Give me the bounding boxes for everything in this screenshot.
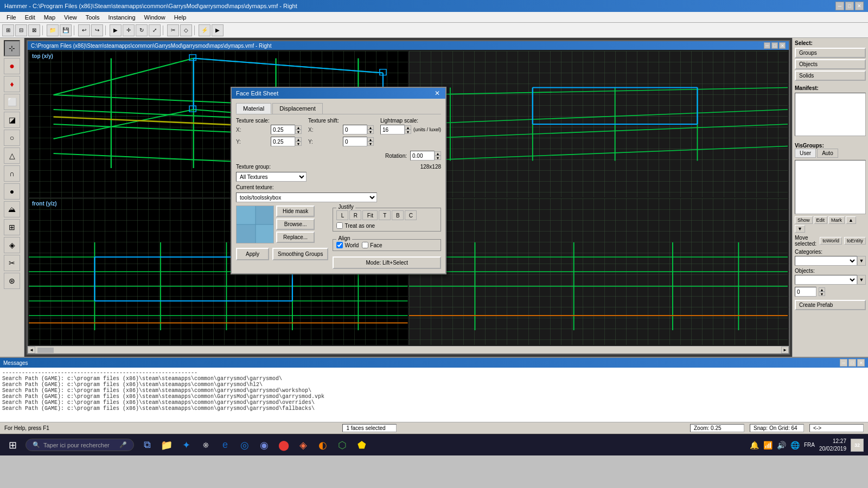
- vis-tab-user[interactable]: User: [795, 149, 816, 158]
- viewport-close[interactable]: ✕: [779, 42, 786, 49]
- to-world-btn[interactable]: toWorld: [820, 237, 842, 245]
- apply-button[interactable]: Apply: [236, 248, 269, 260]
- shift-x-up[interactable]: ▲: [367, 125, 374, 130]
- messages-maximize[interactable]: □: [848, 359, 856, 367]
- taskbar-icon-wifi[interactable]: 📶: [763, 441, 773, 450]
- toolbar-select[interactable]: ▶: [110, 24, 122, 36]
- objects-num-input[interactable]: [795, 287, 816, 297]
- tab-material[interactable]: Material: [236, 103, 271, 114]
- menu-tools[interactable]: Tools: [81, 13, 104, 22]
- tool-block[interactable]: ⬜: [4, 94, 20, 110]
- toolbar-redo[interactable]: ↪: [91, 24, 103, 36]
- scale-x-down[interactable]: ▼: [295, 130, 302, 134]
- tool-cylinder[interactable]: ○: [4, 130, 20, 146]
- tool-clip[interactable]: ✂: [4, 255, 20, 271]
- shift-y-up[interactable]: ▲: [367, 137, 374, 142]
- replace-button[interactable]: Replace...: [276, 232, 315, 243]
- to-entity-btn[interactable]: toEntity: [844, 237, 866, 245]
- menu-help[interactable]: Help: [170, 13, 191, 22]
- taskbar-icon-chrome[interactable]: ⬤: [275, 436, 292, 454]
- taskbar-icon-sound[interactable]: 🔊: [777, 441, 786, 450]
- tool-spike[interactable]: △: [4, 147, 20, 164]
- menu-edit[interactable]: Edit: [21, 13, 40, 22]
- taskbar-icon-discord[interactable]: ◉: [256, 436, 273, 454]
- toolbar-open[interactable]: 📁: [47, 24, 59, 36]
- toolbar-run[interactable]: ▶: [212, 24, 224, 36]
- lightmap-input[interactable]: [380, 125, 405, 134]
- toolbar-save[interactable]: 💾: [60, 24, 72, 36]
- toolbar-undo[interactable]: ↩: [78, 24, 90, 36]
- categories-arrow[interactable]: ▼: [857, 256, 866, 266]
- toolbar-move[interactable]: ✛: [123, 24, 135, 36]
- tab-displacement[interactable]: Displacement: [272, 103, 323, 114]
- toolbar-rotate[interactable]: ↻: [136, 24, 148, 36]
- objects-num-up[interactable]: ▲: [819, 287, 825, 292]
- shift-y-input[interactable]: [343, 137, 367, 146]
- tool-overlay[interactable]: ◈: [4, 237, 20, 253]
- menu-map[interactable]: Map: [40, 13, 60, 22]
- menu-instancing[interactable]: Instancing: [104, 13, 139, 22]
- scale-y-up[interactable]: ▲: [295, 137, 302, 142]
- align-world-checkbox[interactable]: [336, 242, 343, 248]
- scroll-thumb-h[interactable]: [37, 348, 54, 353]
- current-texture-select[interactable]: tools/toolsskybox: [236, 192, 377, 202]
- tool-wedge[interactable]: ◪: [4, 112, 20, 128]
- taskbar-icon-explorer[interactable]: 📁: [158, 436, 175, 454]
- tool-sphere[interactable]: ●: [4, 183, 20, 200]
- menu-file[interactable]: File: [2, 13, 21, 22]
- taskbar-icon-dropbox[interactable]: ✦: [177, 436, 195, 454]
- browse-button[interactable]: Browse...: [276, 219, 315, 230]
- close-button[interactable]: ✕: [855, 2, 864, 10]
- treat-as-one-checkbox[interactable]: [336, 222, 343, 229]
- taskbar-icon-task-view[interactable]: ⧉: [138, 436, 156, 454]
- vis-down-btn[interactable]: ▼: [795, 225, 805, 233]
- tool-path[interactable]: ⊛: [4, 273, 20, 289]
- tool-arch[interactable]: ∩: [4, 165, 20, 182]
- menu-view[interactable]: View: [60, 13, 81, 22]
- justify-c[interactable]: C: [405, 210, 417, 220]
- scale-x-input[interactable]: [271, 125, 295, 134]
- toolbar-clip[interactable]: ✂: [167, 24, 179, 36]
- messages-close[interactable]: ✕: [857, 359, 865, 367]
- select-groups-btn[interactable]: Groups: [795, 48, 866, 58]
- taskbar-icon-app1[interactable]: ⬡: [334, 436, 351, 454]
- justify-r[interactable]: R: [349, 210, 361, 220]
- messages-minimize[interactable]: ─: [840, 359, 847, 367]
- texture-group-select[interactable]: All Textures: [236, 172, 307, 182]
- justify-fit[interactable]: Fit: [362, 210, 378, 220]
- viewport-maximize[interactable]: □: [771, 42, 778, 49]
- vis-edit-btn[interactable]: Edit: [814, 216, 828, 224]
- scale-y-down[interactable]: ▼: [295, 142, 302, 146]
- smoothing-groups-button[interactable]: Smoothing Groups: [272, 248, 328, 260]
- taskbar-icon-torchbrowser[interactable]: ◐: [314, 436, 331, 454]
- maximize-button[interactable]: □: [845, 2, 854, 10]
- taskbar-icon-notif[interactable]: 🔔: [750, 441, 759, 450]
- scale-x-up[interactable]: ▲: [295, 125, 302, 130]
- taskbar-icon-app2[interactable]: ⬟: [353, 436, 371, 454]
- toolbar-scale[interactable]: ⤢: [149, 24, 161, 36]
- objects-select[interactable]: [795, 275, 857, 285]
- align-face-checkbox[interactable]: [362, 242, 368, 248]
- scale-y-input[interactable]: [271, 137, 295, 146]
- taskbar-search-box[interactable]: 🔍 Taper ici pour rechercher 🎤: [25, 439, 134, 451]
- justify-b[interactable]: B: [392, 210, 404, 220]
- viewport-side[interactable]: [409, 198, 788, 345]
- dialog-close-button[interactable]: ✕: [433, 89, 441, 97]
- minimize-button[interactable]: ─: [835, 2, 844, 10]
- toolbar-vertex[interactable]: ◇: [180, 24, 192, 36]
- taskbar-icon-network[interactable]: 🌐: [790, 441, 800, 450]
- objects-num-down[interactable]: ▼: [819, 292, 825, 296]
- lightmap-up[interactable]: ▲: [405, 125, 411, 130]
- toolbar-grid2[interactable]: ⊟: [15, 24, 27, 36]
- create-prefab-btn[interactable]: Create Prefab: [795, 300, 866, 310]
- vis-mark-btn[interactable]: Mark: [828, 216, 845, 224]
- rotation-input[interactable]: [410, 151, 435, 160]
- taskbar-icon-steam[interactable]: ⎈: [197, 436, 214, 454]
- rotation-up[interactable]: ▲: [435, 151, 441, 156]
- tool-texture[interactable]: ⊞: [4, 219, 20, 235]
- select-objects-btn[interactable]: Objects: [795, 59, 866, 69]
- mode-button[interactable]: Mode: Lift+Select: [333, 256, 441, 269]
- categories-select[interactable]: [795, 256, 857, 266]
- toolbar-compile[interactable]: ⚡: [199, 24, 210, 36]
- justify-t[interactable]: T: [379, 210, 391, 220]
